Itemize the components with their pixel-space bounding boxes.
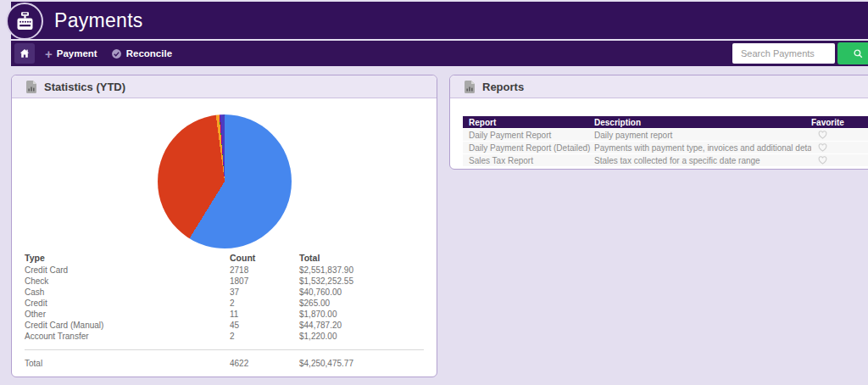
- check-circle-icon: [111, 48, 122, 59]
- favorite-heart-icon[interactable]: [818, 131, 827, 139]
- reports-table-header: Report Description Favorite: [463, 116, 868, 128]
- file-chart-icon: [465, 81, 475, 93]
- reports-panel-title: Reports: [482, 81, 524, 93]
- statistics-table-header: Type Count Total: [25, 250, 424, 265]
- table-row: Credit 2 $265.00: [25, 298, 424, 309]
- report-row-daily-payment-detailed[interactable]: Daily Payment Report (Detailed) Payments…: [463, 142, 868, 153]
- table-row: Other 11 $1,870.00: [25, 309, 424, 320]
- add-payment-button[interactable]: + Payment: [45, 47, 97, 60]
- pie-chart: [158, 114, 292, 248]
- statistics-panel-header: Statistics (YTD): [12, 75, 437, 98]
- reports-table: Report Description Favorite Daily Paymen…: [463, 116, 868, 167]
- reconcile-button[interactable]: Reconcile: [111, 48, 172, 59]
- table-row: Cash 37 $40,760.00: [25, 287, 424, 298]
- cash-register-icon: [14, 10, 36, 33]
- table-row: Credit Card 2718 $2,551,837.90: [25, 265, 424, 276]
- statistics-table: Type Count Total Credit Card 2718 $2,551…: [25, 250, 424, 370]
- table-row: Credit Card (Manual) 45 $44,787.20: [25, 320, 424, 331]
- home-button[interactable]: [14, 43, 35, 64]
- statistics-panel-title: Statistics (YTD): [44, 81, 125, 93]
- col-type: Type: [25, 253, 230, 263]
- statistics-panel: Statistics (YTD) Type Count Total Credit…: [11, 75, 437, 377]
- reports-panel-header: Reports: [450, 75, 868, 98]
- col-count: Count: [230, 253, 299, 263]
- home-icon: [19, 47, 31, 59]
- plus-icon: +: [45, 47, 53, 60]
- col-report: Report: [463, 118, 594, 127]
- reconcile-label: Reconcile: [126, 48, 172, 59]
- search-icon: [853, 48, 864, 59]
- table-row: Account Transfer 2 $1,220.00: [25, 331, 424, 342]
- app-header: Payments: [11, 2, 868, 39]
- app-logo: [6, 3, 43, 40]
- col-favorite: Favorite: [811, 118, 868, 127]
- total-divider: [25, 349, 424, 350]
- file-chart-icon: [26, 81, 36, 93]
- search-button[interactable]: [837, 42, 868, 64]
- report-row-sales-tax[interactable]: Sales Tax Report Stales tax collected fo…: [463, 154, 868, 166]
- favorite-heart-icon[interactable]: [818, 156, 827, 165]
- add-payment-label: Payment: [57, 48, 97, 59]
- favorite-heart-icon[interactable]: [818, 143, 827, 152]
- reports-panel: Reports Report Description Favorite Dail…: [449, 75, 868, 170]
- search-input[interactable]: [732, 43, 835, 64]
- toolbar: + Payment Reconcile: [11, 41, 868, 66]
- page-title: Payments: [54, 9, 143, 32]
- table-row: Check 1807 $1,532,252.55: [25, 276, 424, 287]
- total-row: Total 4622 $4,250,475.77: [25, 356, 424, 370]
- col-total: Total: [299, 253, 424, 263]
- report-row-daily-payment[interactable]: Daily Payment Report Daily payment repor…: [463, 129, 868, 141]
- col-description: Description: [594, 118, 811, 127]
